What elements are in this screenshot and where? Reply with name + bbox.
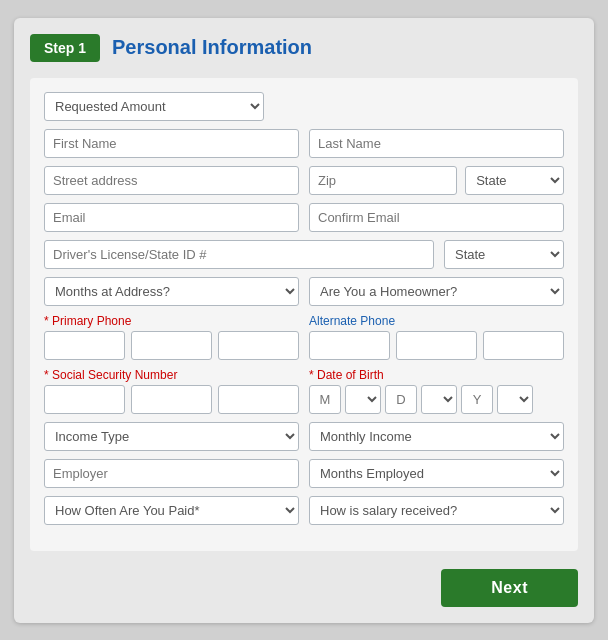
- name-row: [44, 129, 564, 158]
- main-container: Step 1 Personal Information Requested Am…: [14, 18, 594, 623]
- ssn-dob-row: * Social Security Number * Date of Birth: [44, 368, 564, 414]
- form-header: Step 1 Personal Information: [30, 34, 578, 62]
- alt-phone-label: Alternate Phone: [309, 314, 564, 328]
- ssn-part3[interactable]: [218, 385, 299, 414]
- dob-year-input[interactable]: [461, 385, 493, 414]
- street-address-input[interactable]: [44, 166, 299, 195]
- address-months-row: Months at Address? Are You a Homeowner?: [44, 277, 564, 306]
- ssn-label: * Social Security Number: [44, 368, 299, 382]
- months-at-address-select[interactable]: Months at Address?: [44, 277, 299, 306]
- next-button[interactable]: Next: [441, 569, 578, 607]
- employer-input[interactable]: [44, 459, 299, 488]
- primary-phone-prefix[interactable]: [131, 331, 212, 360]
- salary-received-select[interactable]: How is salary received?: [309, 496, 564, 525]
- phone-row: * Primary Phone Alternate Phone: [44, 314, 564, 360]
- income-row: Income Type Monthly Income: [44, 422, 564, 451]
- alt-phone-area[interactable]: [309, 331, 390, 360]
- alt-phone-fields: [309, 331, 564, 360]
- dob-month-select[interactable]: [345, 385, 381, 414]
- confirm-email-input[interactable]: [309, 203, 564, 232]
- primary-phone-label: * Primary Phone: [44, 314, 299, 328]
- dob-year-select[interactable]: [497, 385, 533, 414]
- zip-state-group: State: [309, 166, 564, 195]
- employer-row: Months Employed: [44, 459, 564, 488]
- pay-row: How Often Are You Paid* How is salary re…: [44, 496, 564, 525]
- requested-amount-row: Requested Amount: [44, 92, 564, 121]
- dob-day-select[interactable]: [421, 385, 457, 414]
- homeowner-select[interactable]: Are You a Homeowner?: [309, 277, 564, 306]
- requested-amount-select[interactable]: Requested Amount: [44, 92, 264, 121]
- dob-fields: [309, 385, 564, 414]
- form-area: Requested Amount: [30, 78, 578, 551]
- ssn-fields: [44, 385, 299, 414]
- step-badge: Step 1: [30, 34, 100, 62]
- first-name-input[interactable]: [44, 129, 299, 158]
- income-type-select[interactable]: Income Type: [44, 422, 299, 451]
- address-row: State: [44, 166, 564, 195]
- drivers-license-state-select[interactable]: State: [444, 240, 564, 269]
- dob-label: * Date of Birth: [309, 368, 564, 382]
- primary-phone-line[interactable]: [218, 331, 299, 360]
- email-input[interactable]: [44, 203, 299, 232]
- email-row: [44, 203, 564, 232]
- primary-phone-fields: [44, 331, 299, 360]
- drivers-license-input[interactable]: [44, 240, 434, 269]
- primary-phone-area[interactable]: [44, 331, 125, 360]
- ssn-part1[interactable]: [44, 385, 125, 414]
- dob-month-input[interactable]: [309, 385, 341, 414]
- ssn-part2[interactable]: [131, 385, 212, 414]
- dob-day-input[interactable]: [385, 385, 417, 414]
- zip-input[interactable]: [309, 166, 457, 195]
- page-title: Personal Information: [112, 36, 312, 59]
- months-employed-select[interactable]: Months Employed: [309, 459, 564, 488]
- how-often-paid-select[interactable]: How Often Are You Paid*: [44, 496, 299, 525]
- alt-phone-prefix[interactable]: [396, 331, 477, 360]
- state-select[interactable]: State: [465, 166, 564, 195]
- footer-row: Next: [30, 569, 578, 607]
- monthly-income-select[interactable]: Monthly Income: [309, 422, 564, 451]
- drivers-license-row: State: [44, 240, 564, 269]
- alt-phone-line[interactable]: [483, 331, 564, 360]
- last-name-input[interactable]: [309, 129, 564, 158]
